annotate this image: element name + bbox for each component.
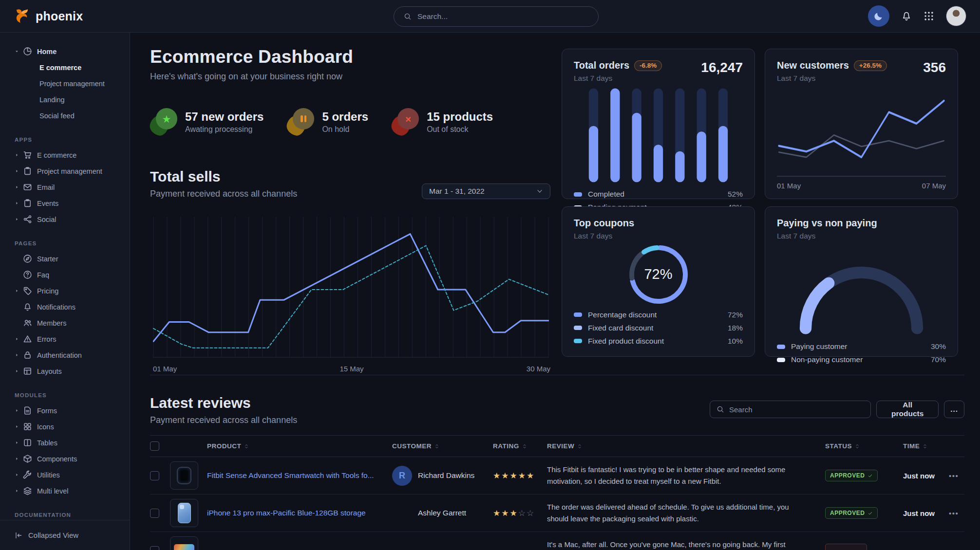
sidebar-item-label: Forms [37, 407, 57, 415]
sidebar-item-label: Multi level [37, 487, 68, 495]
page-subtitle: Here's what's going on at your business … [150, 72, 550, 82]
sort-icon [434, 443, 440, 449]
column-header-customer[interactable]: CUSTOMER [392, 442, 493, 450]
sidebar-item-label: Home [37, 48, 57, 55]
product-link[interactable]: Fitbit Sense Advanced Smartwatch with To… [207, 471, 392, 480]
sidebar-item-layouts[interactable]: Layouts [0, 363, 130, 379]
sidebar-item-events[interactable]: Events [0, 195, 130, 211]
caret-right-icon [15, 457, 21, 461]
sidebar-subitem-e-commerce[interactable]: E commerce [0, 59, 130, 75]
pie-icon [23, 47, 33, 56]
reviews-search-input[interactable]: Search [710, 401, 871, 418]
notifications-button[interactable] [901, 11, 912, 21]
sidebar-subitem-project-management[interactable]: Project management [0, 75, 130, 92]
sidebar-item-label: Starter [37, 255, 58, 263]
sidebar-item-label: Project management [37, 167, 102, 175]
sidebar-item-components[interactable]: Components [0, 451, 130, 467]
sort-icon [854, 443, 860, 449]
sidebar-item-icons[interactable]: Icons [0, 419, 130, 435]
customer-avatar: R [392, 466, 412, 486]
legend-value: 52% [728, 190, 743, 199]
apps-grid-button[interactable] [923, 11, 934, 21]
legend-swatch [574, 312, 582, 317]
star-icon: ★ [150, 108, 178, 135]
sidebar-item-e-commerce[interactable]: E commerce [0, 147, 130, 163]
sidebar-subitem-social-feed[interactable]: Social feed [0, 108, 130, 124]
select-all-checkbox[interactable] [150, 441, 159, 451]
legend-value: 72% [728, 311, 743, 319]
all-products-button[interactable]: All products [876, 401, 939, 418]
sidebar-item-authentication[interactable]: Authentication [0, 347, 130, 363]
product-link[interactable]: iPhone 13 pro max-Pacific Blue-128GB sto… [207, 509, 392, 517]
sidebar-item-errors[interactable]: Errors [0, 331, 130, 347]
moon-icon [873, 11, 884, 21]
collapsed-view-toggle[interactable]: Collapsed View [0, 520, 130, 550]
product-thumbnail[interactable] [170, 461, 198, 490]
sidebar-item-forms[interactable]: Forms [0, 403, 130, 419]
sidebar-item-label: Notifications [37, 303, 75, 311]
card-value: 16,247 [701, 60, 743, 75]
total-sells-subtitle: Payment received across all channels [150, 189, 297, 199]
sidebar-item-multi-level[interactable]: Multi level [0, 483, 130, 499]
sidebar-item-label: Icons [37, 423, 54, 431]
row-checkbox[interactable] [150, 546, 159, 550]
sidebar-item-label: Social [37, 216, 57, 223]
column-header-product[interactable]: PRODUCT [207, 442, 392, 450]
card-value: 356 [923, 60, 946, 75]
clipboard-icon [23, 199, 33, 208]
caret-right-icon [15, 440, 21, 445]
legend-label: Fixed card discount [588, 324, 653, 332]
new-customers-x-axis: 01 May 07 May [777, 178, 946, 190]
sidebar-item-email[interactable]: Email [0, 179, 130, 195]
global-search-input[interactable]: Search... [394, 6, 599, 27]
legend-label: Non-paying customer [791, 355, 863, 364]
sidebar-section-modules: MODULES [0, 392, 130, 398]
theme-toggle-button[interactable] [868, 5, 889, 27]
date-range-select[interactable]: Mar 1 - 31, 2022 [422, 183, 550, 199]
sidebar-item-members[interactable]: Members [0, 315, 130, 331]
product-thumbnail[interactable] [170, 536, 198, 550]
status-badge: APPROVED [825, 470, 878, 481]
user-avatar[interactable] [946, 6, 966, 26]
card-period: Last 7 days [777, 232, 877, 240]
sidebar-item-pricing[interactable]: Pricing [0, 283, 130, 299]
sidebar-item-home[interactable]: Home [0, 43, 130, 59]
clipboard-icon [23, 166, 33, 176]
row-more-button[interactable]: ••• [949, 472, 964, 480]
sidebar-item-faq[interactable]: Faq [0, 267, 130, 283]
sidebar-item-project-management[interactable]: Project management [0, 163, 130, 179]
column-header-time[interactable]: TIME [903, 442, 949, 450]
sidebar-section-pages: PAGES [0, 240, 130, 246]
bell-icon [23, 302, 33, 312]
column-header-rating[interactable]: RATING [493, 442, 547, 450]
sidebar-item-social[interactable]: Social [0, 211, 130, 227]
sidebar-item-starter[interactable]: Starter [0, 251, 130, 267]
sidebar-subitem-landing[interactable]: Landing [0, 92, 130, 108]
row-checkbox[interactable] [150, 471, 159, 480]
x-tick: 01 May [153, 365, 177, 373]
collapsed-view-label: Collapsed View [28, 531, 78, 539]
column-header-status[interactable]: STATUS [825, 442, 903, 450]
chevron-down-icon [536, 188, 543, 195]
sidebar-item-tables[interactable]: Tables [0, 435, 130, 451]
sidebar-item-label: Faq [37, 271, 49, 279]
sidebar-item-utilities[interactable]: Utilities [0, 467, 130, 483]
brand-name: phoenix [36, 9, 83, 23]
sidebar-item-label: Authentication [37, 351, 82, 359]
legend-label: Percentage discount [588, 311, 657, 319]
total-sells-x-axis: 01 May 15 May 30 May [153, 363, 550, 374]
rating-stars: ★★★☆☆ [493, 508, 547, 518]
sidebar-item-label: Tables [37, 439, 57, 447]
row-checkbox[interactable] [150, 509, 159, 518]
brand-logo[interactable]: phoenix [14, 8, 83, 24]
columns-icon [23, 438, 33, 448]
x-tick: 01 May [777, 182, 801, 190]
column-header-review[interactable]: REVIEW [547, 442, 825, 450]
product-thumbnail[interactable] [170, 499, 198, 527]
reviews-table: PRODUCT CUSTOMER RATING REVIEW STATUS [150, 435, 964, 550]
x-tick: 30 May [527, 365, 550, 373]
more-options-button[interactable]: ... [944, 401, 964, 418]
sidebar-item-notifications[interactable]: Notifications [0, 299, 130, 315]
row-more-button[interactable]: ••• [949, 509, 964, 517]
legend-row: Paying customer 30% [777, 340, 946, 353]
